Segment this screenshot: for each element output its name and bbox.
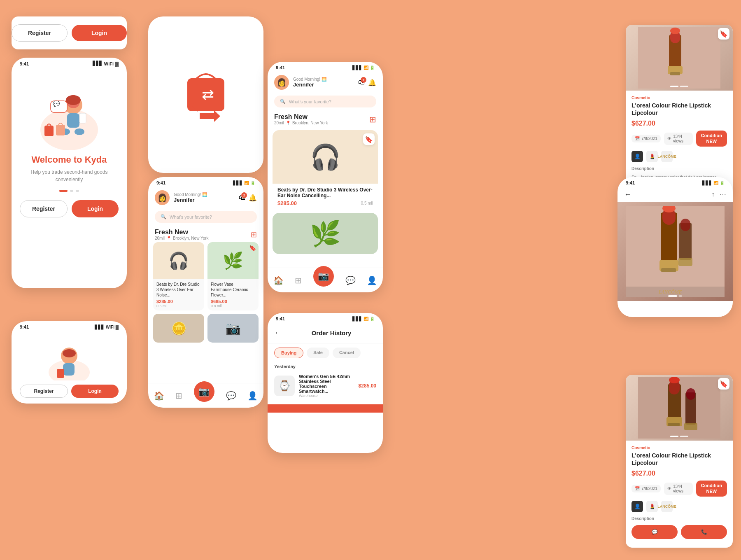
large-product-1[interactable]: 🎧 🔖 Beats by Dr. Dre Studio 3 Wireless O… bbox=[273, 130, 378, 210]
order-item-img-1: ⌚ bbox=[274, 376, 295, 396]
lipstick-time: 9:41 bbox=[626, 180, 635, 185]
cart-badge-large: 2 bbox=[361, 77, 366, 83]
large-product-img-1: 🎧 bbox=[273, 130, 378, 184]
section-header-small: Fresh New 20mil 📍 Brooklyn, New York ⊞ bbox=[148, 225, 263, 242]
chat-nav[interactable]: 💬 bbox=[226, 391, 236, 401]
svg-text:⇄: ⇄ bbox=[202, 86, 214, 103]
exchange-illustration: ⇄ bbox=[181, 66, 231, 124]
feed-large-header: 👩 Good Morning! 🌅 Jennifer 🛍 2 🔔 bbox=[268, 72, 383, 93]
small-login-button[interactable]: Login bbox=[71, 385, 119, 398]
feed-large-time: 9:41 bbox=[276, 65, 285, 70]
more-icon[interactable]: ⋯ bbox=[720, 191, 726, 198]
cart-icon-wrap-large[interactable]: 🛍 2 bbox=[358, 79, 365, 86]
top-register-button[interactable]: Register bbox=[12, 24, 68, 42]
welcome-login-button[interactable]: Login bbox=[72, 200, 119, 217]
call-icon-bottom: 📞 bbox=[701, 529, 707, 535]
lp-dot-inactive bbox=[679, 295, 682, 297]
order-status-time: 9:41 bbox=[276, 316, 285, 321]
bookmark-icon-large-1[interactable]: 🔖 bbox=[363, 133, 375, 145]
dot-1 bbox=[59, 190, 68, 192]
lp-back-button[interactable]: ← bbox=[624, 190, 631, 199]
svg-text:💬: 💬 bbox=[53, 100, 60, 107]
welcome-subtitle: Help you trade second-hand goods conveni… bbox=[20, 168, 119, 183]
seller-icon-bottom-1: 💄 bbox=[646, 501, 658, 512]
lipstick-svg-bottom bbox=[638, 377, 720, 439]
bookmark-icon-2[interactable]: 🔖 bbox=[249, 245, 256, 251]
pd-views-value-bottom: 1344 views bbox=[673, 484, 690, 493]
product-card-1[interactable]: 🎧 Beats by Dr. Dre Studio 3 Wireless Ove… bbox=[153, 242, 204, 310]
small-phone-bottom: 9:41 ▋▋▋ WiFi ▓ Register Login bbox=[12, 321, 127, 404]
share-icon[interactable]: ↑ bbox=[711, 191, 715, 198]
exchange-svg: ⇄ bbox=[181, 66, 231, 124]
product-grid-small: 🎧 Beats by Dr. Dre Studio 3 Wireless Ove… bbox=[148, 242, 263, 310]
greeting-large: Good Morning! 🌅 bbox=[293, 77, 326, 82]
user-avatar-large: 👩 bbox=[274, 75, 289, 90]
chat-button-bottom[interactable]: 💬 bbox=[631, 525, 678, 539]
large-product-info-1: Beats by Dr. Dre Studio 3 Wireless Over-… bbox=[273, 184, 378, 210]
cart-icon-wrap[interactable]: 🛍 2 bbox=[239, 194, 245, 201]
pd-description-label-top: Description bbox=[631, 166, 727, 171]
order-action-bar bbox=[268, 404, 383, 413]
grid-icon-large[interactable]: ⊞ bbox=[369, 114, 376, 124]
welcome-title: Welcome to Kyda bbox=[32, 154, 107, 165]
svg-rect-44 bbox=[668, 423, 680, 426]
product-card-2[interactable]: 🌿 Flower Vase Farmhouse Ceramic Flower..… bbox=[207, 242, 259, 310]
pd-price-top: $627.00 bbox=[631, 120, 727, 127]
top-login-button[interactable]: Login bbox=[72, 25, 127, 41]
profile-nav-large[interactable]: 👤 bbox=[367, 275, 377, 285]
pd-seller-row-top: 👤 💄 LANCÔME bbox=[631, 151, 727, 162]
large-product-2[interactable]: 🌿 bbox=[273, 213, 378, 254]
grid-nav[interactable]: ⊞ bbox=[175, 391, 182, 401]
product-card-3[interactable]: 🪙 bbox=[153, 314, 204, 343]
feed-small-time: 9:41 bbox=[156, 180, 165, 185]
svg-rect-16 bbox=[57, 369, 64, 378]
chat-nav-large[interactable]: 💬 bbox=[345, 275, 356, 285]
order-section-yesterday: Yesterday bbox=[268, 362, 383, 371]
feed-small-header: 👩 Good Morning! 🌅 Jennifer 🛍 2 🔔 bbox=[148, 187, 263, 208]
order-header: ← Order History bbox=[268, 323, 383, 343]
tab-cancel[interactable]: Cancel bbox=[333, 348, 361, 358]
grid-nav-large[interactable]: ⊞ bbox=[295, 275, 302, 285]
top-auth-card: Register Login bbox=[12, 16, 127, 49]
camera-button[interactable]: 📷 bbox=[194, 381, 214, 402]
call-button-bottom[interactable]: 📞 bbox=[681, 525, 727, 539]
search-bar-large[interactable]: 🔍 What's your favorite? bbox=[274, 96, 376, 107]
small-register-button[interactable]: Register bbox=[20, 385, 68, 398]
home-nav-large[interactable]: 🏠 bbox=[273, 275, 284, 285]
feed-small: 9:41 ▋▋▋ 📶 🔋 👩 Good Morning! 🌅 Jennifer … bbox=[148, 177, 263, 408]
product-name-2: Flower Vase Farmhouse Ceramic Flower... bbox=[211, 282, 255, 298]
product-card-4[interactable]: 📷 bbox=[207, 314, 259, 343]
listing-price-row-1: $285.00 0.5 mil bbox=[277, 200, 373, 206]
notif-icon-wrap[interactable]: 🔔 bbox=[249, 194, 257, 202]
pin-icon-small: 📍 bbox=[166, 236, 171, 240]
svg-point-42 bbox=[669, 377, 680, 383]
section-title-large: Fresh New bbox=[274, 113, 328, 121]
notif-icon-wrap-large[interactable]: 🔔 bbox=[368, 79, 376, 86]
search-bar-small[interactable]: 🔍 What's your favorite? bbox=[155, 211, 257, 223]
lp-actions: ↑ ⋯ bbox=[711, 191, 726, 198]
search-placeholder-small: What's your favorite? bbox=[170, 215, 212, 219]
welcome-screen: 9:41 ▋▋▋ WiFi ▓ 💬 bbox=[12, 58, 127, 288]
welcome-register-button[interactable]: Register bbox=[20, 200, 68, 217]
grid-icon-small[interactable]: ⊞ bbox=[251, 230, 257, 239]
camera-button-large[interactable]: 📷 bbox=[313, 266, 334, 287]
tab-sale[interactable]: Sale bbox=[307, 348, 329, 358]
lipstick-phone: 9:41 ▋▋▋ 📶 🔋 ← ↑ ⋯ LANCÔME bbox=[618, 177, 733, 317]
chat-icon-bottom: 💬 bbox=[652, 529, 658, 535]
product-dist-2: 0.8 mil bbox=[211, 304, 255, 308]
bookmark-bottom[interactable]: 🔖 bbox=[718, 378, 729, 390]
bookmark-top[interactable]: 🔖 bbox=[718, 28, 729, 40]
order-history-screen: 9:41 ▋▋▋ 📶 🔋 ← Order History Buying Sale… bbox=[268, 313, 383, 453]
large-product-img-2: 🌿 bbox=[273, 213, 378, 254]
svg-rect-33 bbox=[661, 268, 676, 272]
home-nav[interactable]: 🏠 bbox=[154, 391, 164, 401]
back-button-order[interactable]: ← bbox=[274, 329, 282, 337]
greeting-block-large: Good Morning! 🌅 Jennifer bbox=[293, 77, 326, 88]
lipstick-status-bar: 9:41 ▋▋▋ 📶 🔋 bbox=[618, 177, 733, 187]
pd-meta-top: 📅 7/8/2021 👁 1344 views ConditionNEW bbox=[631, 131, 727, 146]
order-item-1[interactable]: ⌚ Women's Gen 5E 42mm Stainless Steel To… bbox=[268, 371, 383, 401]
pd-dot-b1 bbox=[670, 436, 678, 437]
tab-buying[interactable]: Buying bbox=[274, 348, 303, 358]
search-icon-small: 🔍 bbox=[161, 214, 166, 219]
profile-nav[interactable]: 👤 bbox=[247, 391, 258, 401]
